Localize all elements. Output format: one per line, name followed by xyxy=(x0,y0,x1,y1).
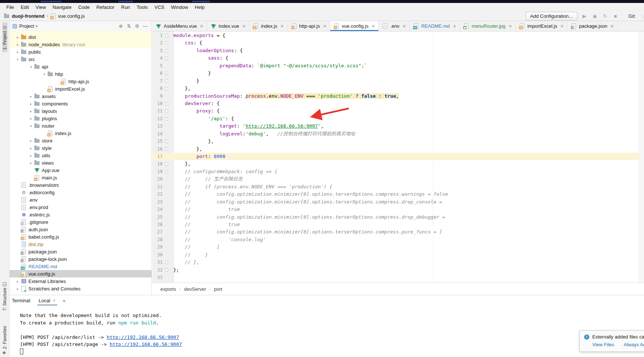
tree-item-dist[interactable]: ▸dist xyxy=(10,33,151,41)
fold-marker-icon[interactable] xyxy=(163,138,171,145)
code-line-20[interactable]: 20 // // 生产去除日志 xyxy=(152,175,639,183)
code-line-25[interactable]: 25 // config.optimization.minimizer[0].o… xyxy=(152,213,639,221)
tree-item-public[interactable]: ▸public xyxy=(10,48,151,55)
code-line-4[interactable]: 4 sass: { xyxy=(152,54,639,62)
fold-marker-icon[interactable] xyxy=(163,32,171,39)
close-icon[interactable]: ✕ xyxy=(200,24,204,29)
code-line-32[interactable]: 32}; xyxy=(152,266,639,274)
code-line-9[interactable]: 9 productionSourceMap: process.env.NODE_… xyxy=(152,92,639,100)
tree-item-importexcel-js[interactable]: JSimportExcel.js xyxy=(10,85,151,92)
tree-item-utils[interactable]: ▸utils xyxy=(10,152,151,159)
code-line-12[interactable]: 12 '/api': { xyxy=(152,115,639,122)
sidebar-item-structure[interactable]: 7: Structure xyxy=(2,280,7,313)
tree-item-auth-json[interactable]: {}auth.json xyxy=(10,226,151,233)
code-line-16[interactable]: 16 }, xyxy=(152,145,639,153)
code-line-11[interactable]: 11 proxy: { xyxy=(152,107,639,115)
tree-item-package-lock-json[interactable]: {}package-lock.json xyxy=(10,255,151,263)
close-icon[interactable]: ✕ xyxy=(610,24,614,29)
close-icon[interactable]: ✕ xyxy=(52,298,56,303)
locate-file-icon[interactable]: ⊕ xyxy=(117,23,125,29)
chevron-right-icon[interactable]: ▸ xyxy=(28,161,34,165)
stop-icon[interactable]: ■ xyxy=(612,13,619,19)
chevron-right-icon[interactable]: ▸ xyxy=(15,287,21,291)
code-line-5[interactable]: 5 prependData: `@import "~@/assets/scss/… xyxy=(152,62,639,70)
tree-item-babel-config-js[interactable]: JSbabel.config.js xyxy=(10,233,151,240)
fold-marker-icon[interactable] xyxy=(163,266,171,274)
code-line-13[interactable]: 13 target: 'http://192.168.66.56:9007', xyxy=(152,122,639,130)
fold-marker-icon[interactable] xyxy=(163,54,171,62)
tree-item-assets[interactable]: ▸assets xyxy=(10,92,151,100)
chevron-right-icon[interactable]: ▸ xyxy=(15,35,21,39)
fold-marker-icon[interactable] xyxy=(163,70,171,77)
fold-marker-icon[interactable] xyxy=(163,39,171,47)
code-line-30[interactable]: 30 // } xyxy=(152,251,639,259)
tree-item-app-vue[interactable]: App.vue xyxy=(10,166,151,174)
tree-item-package-json[interactable]: {}package.json xyxy=(10,248,151,255)
code-line-33[interactable]: 33 xyxy=(152,274,639,281)
favorites-star-icon[interactable]: ★ xyxy=(2,350,7,356)
chevron-down-icon[interactable]: ▾ xyxy=(35,24,37,28)
tree-item-router[interactable]: ▾router xyxy=(10,122,151,129)
run-icon[interactable]: ▶ xyxy=(581,13,588,19)
code-line-18[interactable]: 18 }, xyxy=(152,160,639,168)
tree-item-api[interactable]: ▾api xyxy=(10,63,151,70)
code-line-2[interactable]: 2 css: { xyxy=(152,39,639,47)
sidebar-item-favorites[interactable]: 2: Favorites xyxy=(2,324,7,351)
terminal-tab-local[interactable]: Local ✕ xyxy=(38,296,57,305)
terminal-link[interactable]: http://192.168.66.56:9007 xyxy=(107,334,179,340)
code-line-27[interactable]: 27 // config.optimization.minimizer[0].o… xyxy=(152,228,639,236)
close-icon[interactable]: ✕ xyxy=(560,24,564,29)
fold-marker-icon[interactable] xyxy=(163,77,171,85)
code-line-19[interactable]: 19 // configureWebpack: config => { xyxy=(152,168,639,175)
fold-marker-icon[interactable] xyxy=(163,100,171,107)
code-line-10[interactable]: 10 devServer: { xyxy=(152,100,639,107)
chevron-right-icon[interactable]: ▸ xyxy=(15,279,21,283)
terminal-output[interactable]: Note that the development build is not o… xyxy=(10,306,644,355)
tree-item-node-modules[interactable]: ▸node_moduleslibrary root xyxy=(10,41,151,48)
terminal-link[interactable]: http://192.168.66.56:9007 xyxy=(110,341,182,347)
code-line-23[interactable]: 23 // config.optimization.minimizer[0].o… xyxy=(152,198,639,206)
chevron-down-icon[interactable]: ▾ xyxy=(15,57,21,61)
chevron-right-icon[interactable]: ▸ xyxy=(28,154,34,158)
tree-item-http-api-js[interactable]: JShttp-api.js xyxy=(10,78,151,85)
code-line-1[interactable]: 1module.exports = { xyxy=(152,32,639,39)
menu-item-window[interactable]: Window xyxy=(168,4,191,10)
tree-item--env-prod[interactable]: .env.prod xyxy=(10,203,151,211)
menu-item-help[interactable]: Help xyxy=(191,4,208,10)
chevron-right-icon[interactable]: ▸ xyxy=(28,117,34,121)
close-icon[interactable]: ✕ xyxy=(402,24,406,29)
breadcrumb-project[interactable]: duoji-frontend xyxy=(12,13,44,19)
menu-item-code[interactable]: Code xyxy=(75,4,93,10)
chevron-down-icon[interactable]: ▾ xyxy=(28,65,34,69)
menu-item-view[interactable]: View xyxy=(32,4,49,10)
project-panel-title[interactable]: Project xyxy=(19,23,34,29)
tab-importexcel-js[interactable]: JSimportExcel.js✕ xyxy=(516,21,568,31)
breadcrumb-devserver[interactable]: devServer xyxy=(184,286,206,292)
tree-item-index-js[interactable]: JSindex.js xyxy=(10,129,151,137)
breadcrumb-file[interactable]: vue.config.js xyxy=(58,13,85,19)
tab-menurouter-jpg[interactable]: ▦menuRouter.jpg✕ xyxy=(460,21,516,31)
code-line-7[interactable]: 7 } xyxy=(152,77,639,85)
fold-marker-icon[interactable] xyxy=(163,47,171,54)
tree-item-vue-config-js[interactable]: JSvue.config.js xyxy=(10,270,151,277)
tree-item-external-libraries[interactable]: ▸External Libraries xyxy=(10,277,151,285)
code-line-21[interactable]: 21 // if (process.env.NODE_ENV === 'prod… xyxy=(152,183,639,191)
collapse-all-icon[interactable]: ⇅ xyxy=(125,23,133,29)
tree-item-plugins[interactable]: ▸plugins xyxy=(10,115,151,122)
menu-item-run[interactable]: Run xyxy=(118,4,133,10)
tree-item-dist-zip[interactable]: dist.zip xyxy=(10,240,151,248)
git-widget-label[interactable]: Git: xyxy=(628,13,636,19)
fold-marker-icon[interactable] xyxy=(163,160,171,168)
tree-item-views[interactable]: ▸views xyxy=(10,159,151,166)
tree-item--env[interactable]: .env xyxy=(10,196,151,203)
hide-panel-icon[interactable]: — xyxy=(141,23,149,29)
chevron-right-icon[interactable]: ▸ xyxy=(28,146,34,150)
close-icon[interactable]: ✕ xyxy=(242,24,246,29)
tab--env[interactable]: .env✕ xyxy=(379,21,410,31)
code-line-24[interactable]: 24 // true xyxy=(152,206,639,213)
tab-readme-md[interactable]: MDREADME.md✕ xyxy=(410,21,460,31)
fold-marker-icon[interactable] xyxy=(163,259,171,266)
breadcrumb-exports[interactable]: exports xyxy=(160,286,176,292)
tree-item--editorconfig[interactable]: ⚙.editorconfig xyxy=(10,189,151,196)
fold-marker-icon[interactable] xyxy=(163,85,171,92)
